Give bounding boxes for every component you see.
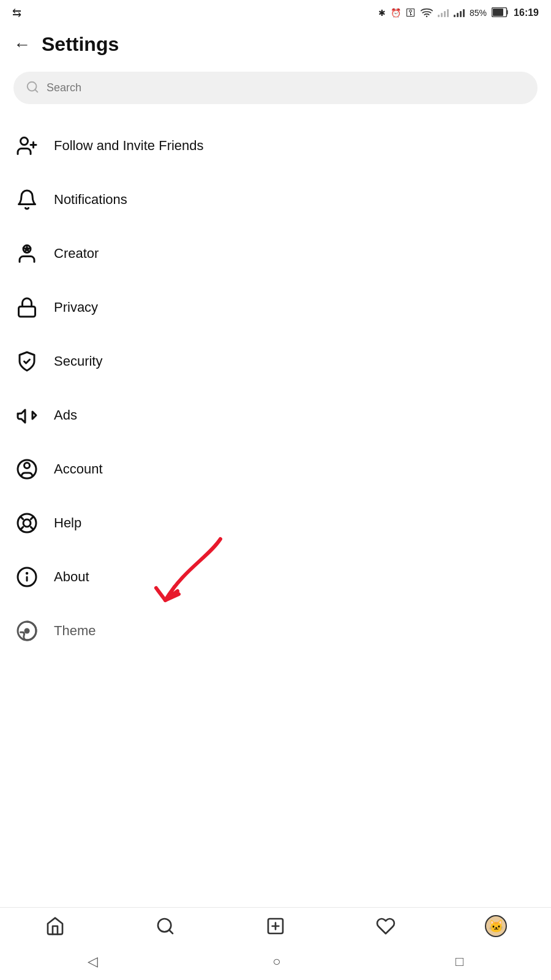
vpn-icon: ⚿ bbox=[406, 7, 416, 18]
svg-point-14 bbox=[23, 519, 31, 527]
add-user-icon bbox=[13, 132, 40, 159]
android-nav-bar: ◁ ○ □ bbox=[0, 943, 551, 980]
svg-rect-10 bbox=[19, 307, 36, 317]
svg-line-4 bbox=[35, 89, 37, 92]
app-icon: ⇆ bbox=[12, 6, 21, 20]
lifebuoy-icon bbox=[13, 510, 40, 537]
back-button[interactable]: ← bbox=[13, 36, 31, 53]
megaphone-icon bbox=[13, 402, 40, 429]
svg-line-17 bbox=[31, 516, 33, 519]
svg-line-15 bbox=[20, 516, 23, 519]
settings-item-privacy[interactable]: Privacy bbox=[13, 281, 538, 334]
notifications-label: Notifications bbox=[54, 192, 127, 208]
svg-point-12 bbox=[24, 463, 30, 469]
tab-search[interactable] bbox=[154, 915, 176, 937]
account-circle-icon bbox=[13, 456, 40, 483]
settings-list: Follow and Invite Friends Notifications … bbox=[0, 119, 551, 980]
search-input[interactable] bbox=[47, 81, 525, 94]
android-recent-button[interactable]: □ bbox=[455, 954, 463, 970]
theme-label: Theme bbox=[54, 623, 96, 639]
settings-item-ads[interactable]: Ads bbox=[13, 388, 538, 442]
time-display: 16:19 bbox=[514, 7, 539, 18]
tab-activity[interactable] bbox=[375, 915, 397, 937]
tab-profile[interactable]: 🐱 bbox=[485, 915, 507, 937]
top-nav: ← Settings bbox=[0, 23, 551, 66]
profile-avatar: 🐱 bbox=[485, 915, 507, 937]
info-circle-icon bbox=[13, 564, 40, 590]
tab-home[interactable] bbox=[44, 915, 66, 937]
shield-check-icon bbox=[13, 348, 40, 375]
page-title: Settings bbox=[42, 33, 119, 56]
search-container bbox=[0, 66, 551, 119]
android-home-button[interactable]: ○ bbox=[272, 954, 280, 970]
battery-icon bbox=[492, 7, 509, 19]
about-label: About bbox=[54, 569, 89, 585]
search-icon bbox=[26, 80, 39, 96]
status-bar: ⇆ ✱ ⏰ ⚿ 85% bbox=[0, 0, 551, 23]
battery-percent: 85% bbox=[470, 8, 487, 18]
follow-label: Follow and Invite Friends bbox=[54, 138, 204, 154]
svg-line-25 bbox=[169, 930, 173, 933]
heart-icon bbox=[375, 915, 397, 937]
star-user-icon bbox=[13, 240, 40, 267]
settings-item-security[interactable]: Security bbox=[13, 334, 538, 388]
settings-item-follow[interactable]: Follow and Invite Friends bbox=[13, 119, 538, 173]
status-left: ⇆ bbox=[12, 6, 21, 20]
signal-2 bbox=[454, 9, 465, 17]
svg-point-5 bbox=[21, 138, 28, 145]
svg-point-23 bbox=[24, 628, 30, 634]
account-label: Account bbox=[54, 461, 103, 477]
settings-item-help[interactable]: Help bbox=[13, 496, 538, 550]
lock-icon bbox=[13, 294, 40, 321]
android-back-button[interactable]: ◁ bbox=[88, 954, 98, 970]
plus-square-icon bbox=[264, 915, 287, 937]
svg-rect-2 bbox=[493, 9, 503, 16]
settings-item-theme[interactable]: Theme bbox=[13, 604, 538, 658]
settings-item-notifications[interactable]: Notifications bbox=[13, 173, 538, 227]
search-tab-icon bbox=[154, 915, 176, 937]
settings-item-creator[interactable]: Creator bbox=[13, 227, 538, 281]
svg-line-16 bbox=[31, 527, 33, 529]
settings-item-account[interactable]: Account bbox=[13, 442, 538, 496]
home-icon bbox=[44, 915, 66, 937]
tab-add[interactable] bbox=[264, 915, 287, 937]
alarm-icon: ⏰ bbox=[391, 8, 401, 18]
svg-point-0 bbox=[426, 15, 428, 17]
status-right: ✱ ⏰ ⚿ 85% bbox=[378, 7, 539, 19]
search-bar[interactable] bbox=[13, 72, 538, 104]
privacy-label: Privacy bbox=[54, 300, 98, 315]
ads-label: Ads bbox=[54, 407, 77, 423]
creator-label: Creator bbox=[54, 246, 99, 262]
bluetooth-icon: ✱ bbox=[378, 8, 386, 18]
bell-icon bbox=[13, 186, 40, 213]
help-label: Help bbox=[54, 515, 81, 531]
settings-item-about[interactable]: About bbox=[13, 550, 538, 604]
palette-icon bbox=[13, 617, 40, 644]
signal-1 bbox=[438, 9, 449, 17]
security-label: Security bbox=[54, 353, 102, 369]
bottom-tab-bar: 🐱 bbox=[0, 907, 551, 943]
wifi-icon bbox=[421, 7, 433, 19]
svg-line-18 bbox=[20, 527, 23, 529]
